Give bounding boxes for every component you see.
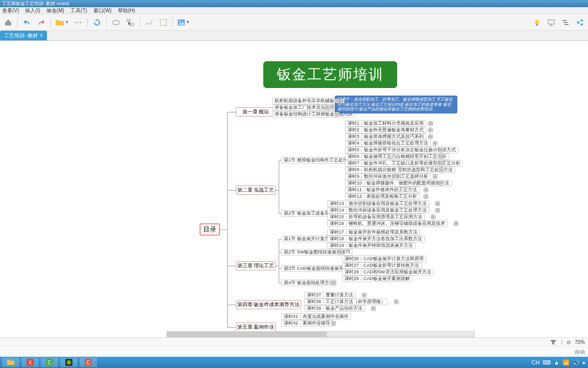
zoom-level[interactable]: 70%: [575, 339, 585, 345]
c5-item-0[interactable]: 课时41：布置实战案例作业操作: [281, 313, 351, 320]
expand-icon[interactable]: ⊕: [331, 281, 336, 285]
undo-icon[interactable]: [22, 17, 32, 28]
expand-icon[interactable]: ⊕: [362, 293, 366, 297]
menu-window[interactable]: 窗口(W): [93, 7, 112, 14]
c3s3-item-2[interactable]: 课时28：CAD和SW灵活应用钣金展开方法: [342, 269, 434, 275]
chapter-4[interactable]: 第四章 钣金件成本测算方法: [236, 300, 301, 309]
close-icon[interactable]: ×: [40, 33, 43, 38]
c2s1-item-3[interactable]: 课时4：钣金焊接撑格化位工艺处理方法: [345, 140, 431, 147]
expand-icon[interactable]: ⊕: [325, 105, 329, 110]
menu-insert[interactable]: 插入(I): [25, 7, 40, 14]
tray-signal-icon[interactable]: 📶: [562, 359, 570, 366]
c3s1-item-2[interactable]: 课时19：钣金件展开特殊情况表展开方法: [327, 242, 415, 249]
c4-item-0[interactable]: 课时37：重量计算方法: [304, 292, 356, 298]
mindmap-canvas[interactable]: 钣金工艺师培训 目录 第一章 概论 第二章 实战工艺 第三章 理论工艺 第四章 …: [0, 42, 588, 336]
expand-icon[interactable]: ⊕: [433, 174, 437, 179]
expand-icon[interactable]: ⊕: [340, 99, 345, 103]
expand-icon[interactable]: ⊕: [335, 112, 339, 117]
c3s3-item-3[interactable]: 课时29：CAD钣金展开案例讲解: [342, 275, 412, 282]
share-icon[interactable]: [575, 17, 585, 28]
taskbar-app-x[interactable]: X: [21, 358, 39, 367]
c2s1-item-11[interactable]: 课时12：表面处理及检验工艺分析: [345, 193, 420, 200]
tray-lang[interactable]: CH: [531, 359, 540, 365]
topic-icon[interactable]: [111, 17, 121, 28]
c1-item-1[interactable]: 准备钣金加工厂技术员实战培训: [272, 104, 341, 111]
document-tab[interactable]: 工艺培训- 教材 ×: [0, 31, 47, 40]
refresh-icon[interactable]: [92, 17, 102, 28]
title-node[interactable]: 钣金工艺师培训: [263, 61, 397, 88]
present-icon[interactable]: [546, 17, 556, 28]
subtopic-icon[interactable]: [125, 17, 135, 28]
expand-icon[interactable]: ⊕: [335, 99, 339, 103]
expand-icon[interactable]: ⊕: [428, 121, 433, 126]
tray-volume-icon[interactable]: 🔊: [573, 359, 580, 366]
c4-item-1[interactable]: 课时38：工艺计算方法（科学原理推）: [304, 298, 388, 305]
c4-item-2[interactable]: 课时39：钣金产品估价方法: [304, 305, 365, 312]
expand-icon[interactable]: ⊕: [435, 208, 440, 213]
more-icon[interactable]: ⋯: [73, 17, 83, 28]
tray-keyboard-icon[interactable]: ⌨: [543, 359, 551, 366]
c3s3-item-1[interactable]: 课时27：CAD钣金折弯计算转换方法: [342, 262, 422, 269]
relationship-icon[interactable]: [144, 17, 154, 28]
c2s1-item-10[interactable]: 课时11：钣金件修准件的工艺方法: [345, 187, 420, 193]
taskbar-app-c2[interactable]: C: [80, 358, 97, 367]
c2s1-item-2[interactable]: 课时3：钣金简体焊接方式及技巧系列: [345, 133, 426, 140]
menu-modify[interactable]: 修改(M): [46, 7, 64, 14]
chapter-1[interactable]: 第一章 概论: [236, 107, 276, 117]
expand-icon[interactable]: ⊕: [454, 221, 458, 226]
c2s1-item-1[interactable]: 课时2：钣金外壳普遍钣金海量材方式: [345, 127, 426, 133]
c3-section-4[interactable]: 第4节 钣金面纸处理方法: [281, 280, 336, 286]
c2s1-item-8[interactable]: 课时9：数控冲床激光切割工艺选择分析: [345, 173, 431, 180]
expand-icon[interactable]: ⊕: [371, 306, 376, 311]
filter-icon[interactable]: [550, 339, 557, 346]
c2s2-item-1[interactable]: 课时14：数控冲床设备应用及钣金工艺处理方法: [327, 207, 429, 214]
c3s1-item-1[interactable]: 课时18：钣金件展开方法各技加工出系数方法: [327, 236, 425, 242]
chapter-2[interactable]: 第二章 实战工艺: [236, 186, 276, 195]
image-dropdown[interactable]: ▼: [177, 19, 190, 26]
expand-icon[interactable]: ⊕: [439, 148, 444, 152]
tray-up-icon[interactable]: ▲: [554, 359, 559, 365]
redo-icon[interactable]: [36, 17, 46, 28]
expand-icon[interactable]: ⊕: [428, 128, 433, 132]
taskbar-app-c[interactable]: C: [41, 358, 58, 367]
bulb-icon[interactable]: [532, 17, 542, 28]
c2s2-item-0[interactable]: 课时13：激光切割设备应用及钣金工艺处理方法: [327, 200, 429, 207]
menu-tools[interactable]: 工具(T): [70, 7, 87, 14]
boundary-icon[interactable]: [158, 17, 168, 28]
c2s1-item-9[interactable]: 课时10：钣金焊接摄件、做图件的配套闭接折方法: [345, 180, 452, 187]
c3s1-item-0[interactable]: 课时17：钣金展开折件扬拐处理及系数方法: [327, 229, 420, 236]
c2s2-item-3[interactable]: 课时16：铆铁机、普通冲床、压铆等辅助设备应用及技术: [327, 220, 448, 227]
expand-icon[interactable]: ⊕: [424, 194, 428, 199]
menu-help[interactable]: 帮助(H): [118, 7, 135, 14]
zoom-indicator-icon[interactable]: ⊙: [567, 339, 571, 345]
expand-icon[interactable]: ⊕: [439, 154, 444, 159]
expand-icon[interactable]: ⊕: [394, 300, 399, 304]
c2s1-item-6[interactable]: 课时7：钣金件冲孔、工艺缺口及折弯处接契形工艺分析: [345, 160, 463, 167]
expand-icon[interactable]: ⊕: [424, 188, 428, 192]
c2s1-item-5[interactable]: 课时6：钣金做理工艺凸位铭精排至芥刻工艺分析: [345, 153, 449, 160]
c2s2-item-2[interactable]: 课时15：折弯机设备应用原理及工艺应用方法: [327, 214, 425, 220]
c5-item-1[interactable]: 课时42：案例作业辅导: [281, 320, 333, 327]
gantt-icon[interactable]: [560, 17, 571, 28]
expand-icon[interactable]: ⊕: [439, 168, 444, 172]
expand-icon[interactable]: ⊕: [439, 161, 444, 166]
horizontal-scrollbar[interactable]: [166, 331, 475, 337]
expand-icon[interactable]: ⊕: [439, 181, 444, 186]
root-node[interactable]: 目录: [200, 223, 220, 236]
menu-view[interactable]: 查看(V): [2, 7, 19, 14]
expand-icon[interactable]: ⊕: [428, 134, 433, 139]
folder-dropdown[interactable]: ▼: [55, 19, 69, 26]
taskbar-app-nv[interactable]: [60, 358, 78, 367]
expand-icon[interactable]: ⊕: [431, 215, 435, 219]
chapter-5[interactable]: 第五章 案例作业: [236, 323, 276, 332]
c2s1-item-0[interactable]: 课时1：钣金加工材料分类规格及应用: [345, 120, 426, 127]
c3s3-item-0[interactable]: 课时26：CAD钣金展开计算方法和原理: [342, 256, 426, 262]
expand-icon[interactable]: ⊕: [331, 321, 336, 326]
expand-icon[interactable]: ⊕: [435, 201, 440, 206]
taskbar-explorer[interactable]: [2, 358, 19, 367]
home-icon[interactable]: [3, 17, 13, 28]
selected-note[interactable]: 应用于：激光切割加工、折弯加工、钣金焊接成型加工 手工钣金 学习钣金加工方法 钣…: [335, 96, 457, 113]
chapter-3[interactable]: 第三章 理论工艺: [236, 261, 276, 270]
expand-icon[interactable]: ⊕: [338, 250, 343, 255]
expand-icon[interactable]: ⊕: [433, 141, 437, 146]
